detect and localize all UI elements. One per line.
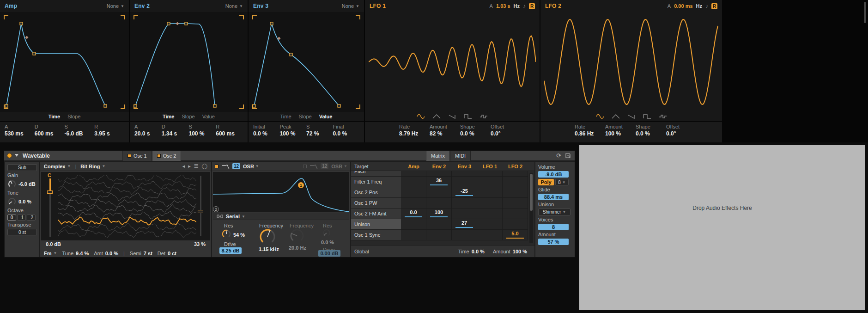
filter1-type-icon[interactable]	[221, 164, 230, 169]
sine-icon[interactable]	[596, 114, 604, 119]
matrix-cell[interactable]	[452, 198, 477, 209]
triangle-icon[interactable]	[432, 114, 441, 119]
matrix-row-label[interactable]: Filter 1 Freq	[351, 177, 401, 187]
sine-icon[interactable]	[417, 114, 425, 119]
view-circle-icon[interactable]: ◯	[202, 163, 207, 169]
matrix-cell[interactable]	[503, 209, 528, 219]
semi-value[interactable]: 7 st	[144, 251, 152, 256]
sub-tone-knob[interactable]	[7, 197, 17, 206]
matrix-cell[interactable]: 100	[426, 209, 452, 219]
mod-source-dropdown[interactable]: None▼	[225, 3, 243, 9]
filter2-frequency-value[interactable]: 20.0 Hz	[289, 245, 306, 251]
matrix-column-header[interactable]: Env 3	[452, 164, 477, 169]
param-value[interactable]: 1.34 s	[162, 130, 189, 137]
matrix-cell[interactable]	[426, 198, 452, 209]
matrix-cell[interactable]: 27	[452, 219, 477, 230]
wavetable-display[interactable]: C	[41, 172, 210, 240]
tab-value[interactable]: Value	[202, 114, 215, 119]
filter2-res-value[interactable]: 0.0 %	[321, 239, 334, 245]
param-value[interactable]: 530 ms	[5, 130, 35, 137]
filter1-res-knob[interactable]	[221, 229, 231, 239]
wavetable-position-handle[interactable]	[198, 210, 203, 213]
filter1-res-value[interactable]: 54 %	[233, 232, 245, 238]
octave-0-button[interactable]: 0	[7, 215, 16, 221]
tune-value[interactable]: 9.4 %	[76, 251, 89, 256]
tab-midi[interactable]: MIDI	[450, 151, 471, 161]
param-value[interactable]: 8.79 Hz	[399, 130, 430, 137]
matrix-cell[interactable]	[401, 230, 426, 240]
osc-mod-mode-dropdown[interactable]: Fm▼	[44, 251, 57, 256]
wavetable-position-value[interactable]: 33 %	[194, 241, 206, 247]
matrix-cell[interactable]	[401, 187, 426, 198]
amt-value[interactable]: 0.0 %	[105, 251, 118, 256]
save-preset-icon[interactable]	[565, 153, 571, 159]
matrix-cell[interactable]: 0.0	[401, 209, 426, 219]
param-value[interactable]: 0.86 Hz	[575, 130, 605, 137]
drop-audio-effects-area[interactable]: Drop Audio Effects Here	[579, 145, 865, 310]
matrix-cell[interactable]	[426, 171, 452, 177]
vertical-scrollbar[interactable]	[864, 2, 866, 23]
saw-icon[interactable]	[448, 114, 456, 119]
note-sync-icon[interactable]: ♪	[705, 3, 708, 9]
unison-mode-dropdown[interactable]: Shimmer ▼	[538, 209, 571, 215]
matrix-cell[interactable]	[401, 219, 426, 230]
filter1-circuit-dropdown[interactable]: OSR▼	[243, 164, 259, 169]
param-value[interactable]: 0.0 %	[253, 130, 280, 137]
octave-minus2-button[interactable]: -2	[27, 215, 36, 221]
matrix-cell[interactable]: -25	[452, 187, 477, 198]
tab-matrix[interactable]: Matrix	[426, 151, 450, 161]
tab-slope[interactable]: Slope	[67, 114, 80, 119]
param-value[interactable]: 100 %	[280, 130, 307, 137]
matrix-row-label[interactable]: Osc 2 Pos	[351, 187, 401, 198]
matrix-cell[interactable]	[426, 219, 452, 230]
filter1-activator-checkbox[interactable]	[215, 165, 219, 168]
filter1-slope[interactable]: 12	[232, 163, 240, 169]
matrix-cell[interactable]	[452, 209, 477, 219]
matrix-cell[interactable]	[401, 198, 426, 209]
param-value[interactable]: 20.0 s	[134, 130, 162, 137]
filter2-activator-checkbox[interactable]	[303, 165, 307, 168]
rate-mode-hz[interactable]: Hz	[514, 3, 520, 9]
param-value[interactable]: 100 %	[605, 130, 636, 137]
matrix-cell[interactable]: 36	[426, 177, 452, 187]
tab-slope[interactable]: Slope	[299, 114, 312, 119]
filter1-marker[interactable]: 1	[298, 182, 304, 188]
matrix-column-header[interactable]: Env 2	[426, 164, 452, 169]
matrix-cell[interactable]	[477, 171, 503, 177]
filter2-type-icon[interactable]	[310, 164, 318, 169]
mod-source-dropdown[interactable]: None▼	[107, 3, 124, 9]
filter2-frequency-knob[interactable]	[290, 228, 304, 243]
param-value[interactable]: 0.0°	[491, 130, 521, 137]
matrix-cell[interactable]	[477, 187, 503, 198]
sub-gain-value[interactable]: -6.0 dB	[18, 181, 36, 187]
param-value[interactable]: 0.0 %	[460, 130, 491, 137]
fold-triangle-icon[interactable]	[15, 154, 18, 157]
filter2-drive-value[interactable]: 0.00 dB	[318, 250, 340, 257]
prev-table-icon[interactable]: ◂	[182, 163, 185, 169]
matrix-cell[interactable]	[477, 177, 503, 187]
matrix-scrollbar[interactable]	[529, 173, 533, 243]
view-list-icon[interactable]: ☰	[194, 163, 199, 169]
matrix-cell[interactable]	[426, 230, 452, 240]
tab-slope[interactable]: Slope	[182, 114, 195, 119]
filter1-drive-value[interactable]: 8.25 dB	[219, 247, 242, 254]
wavetable-position-slider[interactable]	[200, 176, 201, 236]
note-sync-icon[interactable]: ♪	[523, 3, 526, 9]
sub-toggle-button[interactable]: Sub	[7, 164, 37, 171]
matrix-scrollbar-thumb[interactable]	[530, 174, 533, 211]
filter2-circuit-dropdown[interactable]: OSR▼	[331, 164, 347, 169]
param-value[interactable]: 100 %	[189, 130, 216, 137]
matrix-cell[interactable]	[503, 171, 528, 177]
osc2-activator-checkbox[interactable]	[157, 154, 161, 158]
matrix-cell[interactable]	[452, 177, 477, 187]
osc1-activator-checkbox[interactable]	[127, 154, 131, 158]
mod-source-dropdown[interactable]: None▼	[342, 3, 359, 9]
matrix-cell[interactable]	[503, 219, 528, 230]
matrix-cell[interactable]	[477, 230, 503, 240]
param-value[interactable]: 0.0 %	[333, 130, 360, 137]
unison-voices-value[interactable]: 8	[538, 224, 569, 230]
sub-tone-value[interactable]: 0.0 %	[18, 199, 31, 204]
matrix-cell[interactable]	[426, 187, 452, 198]
wavetable-category-dropdown[interactable]: Complex▼	[44, 164, 71, 169]
glide-value[interactable]: 88.4 ms	[538, 194, 569, 200]
